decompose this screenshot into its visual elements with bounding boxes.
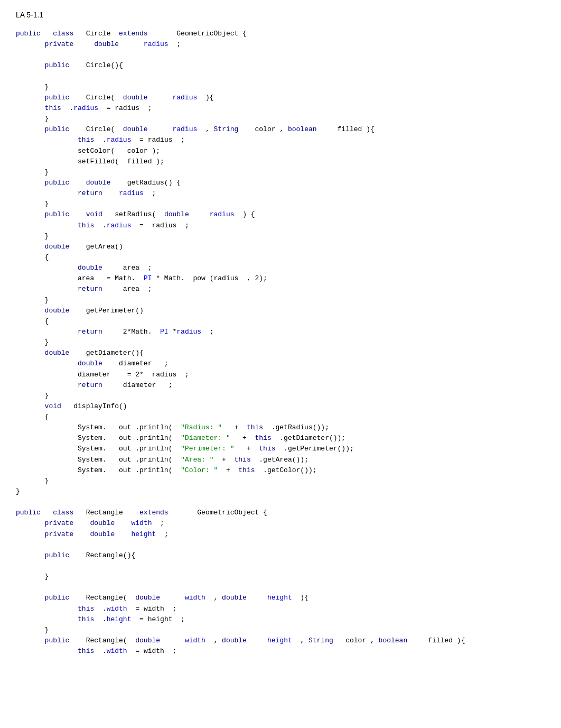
page-title: LA 5-1.1 — [16, 11, 545, 19]
code-block: public class Circle extends GeometricObj… — [16, 29, 545, 657]
